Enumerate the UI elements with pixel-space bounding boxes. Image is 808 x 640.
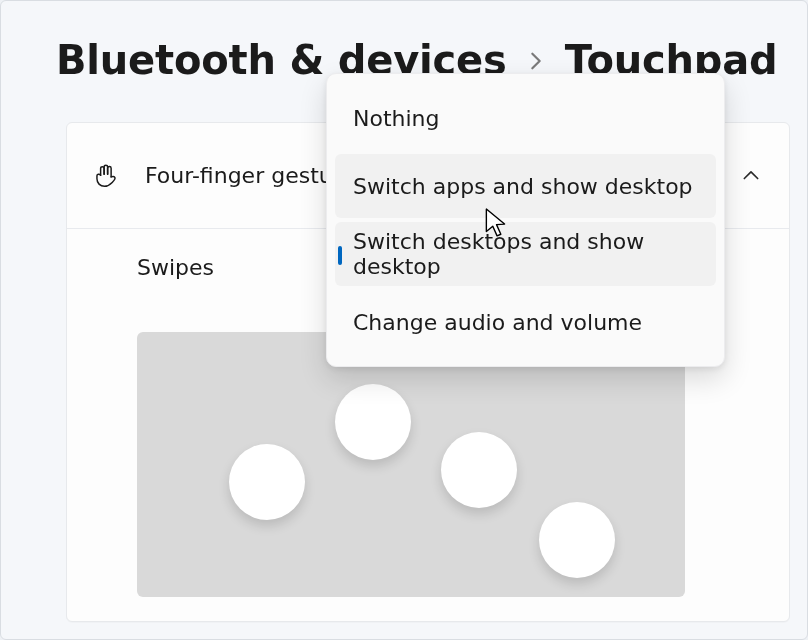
chevron-up-icon xyxy=(741,166,761,186)
gesture-preview xyxy=(137,332,685,597)
dropdown-option[interactable]: Change audio and volume xyxy=(335,290,716,354)
gesture-finger xyxy=(441,432,517,508)
gesture-finger xyxy=(539,502,615,578)
dropdown-option[interactable]: Switch desktops and show desktop xyxy=(335,222,716,286)
hand-icon xyxy=(89,160,121,192)
dropdown-option[interactable]: Switch apps and show desktop xyxy=(335,154,716,218)
swipes-dropdown-menu: NothingSwitch apps and show desktopSwitc… xyxy=(326,73,725,367)
dropdown-option[interactable]: Nothing xyxy=(335,86,716,150)
gesture-finger xyxy=(335,384,411,460)
gesture-finger xyxy=(229,444,305,520)
